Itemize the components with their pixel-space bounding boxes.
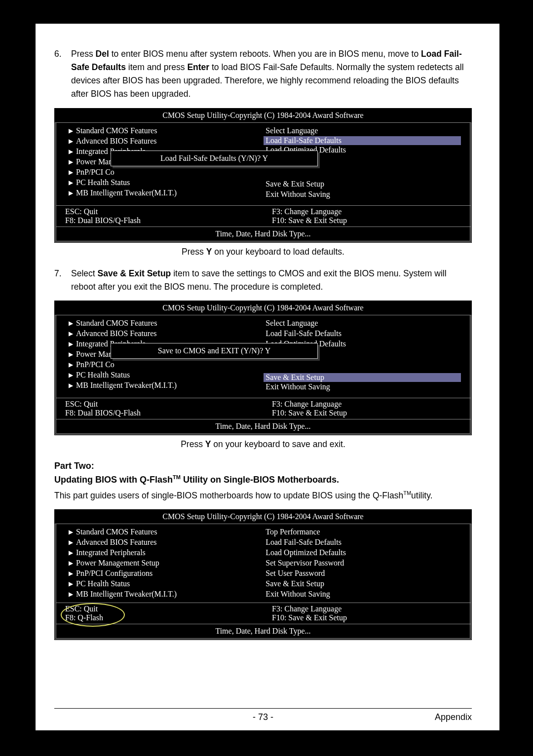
help-key: F8: Q-Flash: [65, 613, 254, 622]
menu-item[interactable]: ▶PC Health Status: [65, 178, 246, 188]
step-7: 7. Select Save & Exit Setup item to save…: [54, 267, 472, 294]
bios-help-bar: ESC: Quit F8: Dual BIOS/Q-Flash F3: Chan…: [55, 206, 471, 227]
step-content: Select Save & Exit Setup item to save th…: [71, 267, 472, 294]
bios-screen-1: CMOS Setup Utility-Copyright (C) 1984-20…: [54, 108, 472, 243]
menu-item[interactable]: ▶Standard CMOS Features: [65, 126, 246, 136]
help-key: F3: Change Language: [272, 400, 461, 409]
menu-item[interactable]: Select Language: [264, 126, 461, 136]
bios-left-col: ▶Standard CMOS Features ▶Advanced BIOS F…: [56, 527, 255, 600]
help-key: F3: Change Language: [272, 207, 461, 216]
triangle-icon: ▶: [65, 189, 76, 197]
menu-item-selected[interactable]: Save & Exit Setup: [264, 373, 461, 382]
menu-item[interactable]: Load Fail-Safe Defaults: [264, 537, 461, 548]
triangle-icon: ▶: [65, 560, 76, 567]
triangle-icon: ▶: [65, 591, 76, 598]
menu-item-selected[interactable]: Load Fail-Safe Defaults: [264, 136, 461, 145]
trademark-icon: TM: [173, 474, 181, 480]
bios-screen-3: CMOS Setup Utility-Copyright (C) 1984-20…: [54, 509, 472, 640]
menu-item[interactable]: Top Performance: [264, 527, 461, 537]
menu-item[interactable]: ▶Standard CMOS Features: [65, 527, 246, 537]
document-page: 6. Press Del to enter BIOS menu after sy…: [36, 24, 499, 730]
triangle-icon: ▶: [65, 529, 76, 536]
menu-item[interactable]: ▶Advanced BIOS Features: [65, 136, 246, 147]
bios-title: CMOS Setup Utility-Copyright (C) 1984-20…: [55, 301, 471, 315]
instruction-list: 6. Press Del to enter BIOS menu after sy…: [54, 47, 472, 101]
help-key: F10: Save & Exit Setup: [272, 216, 461, 225]
menu-item[interactable]: ▶MB Intelligent Tweaker(M.I.T.): [65, 188, 246, 198]
help-key: F10: Save & Exit Setup: [272, 613, 461, 622]
menu-item[interactable]: Load Optimized Defaults: [264, 548, 461, 558]
triangle-icon: ▶: [65, 549, 76, 557]
menu-item[interactable]: Exit Without Saving: [264, 382, 461, 392]
menu-item[interactable]: ▶Advanced BIOS Features: [65, 329, 246, 339]
menu-item[interactable]: Exit Without Saving: [264, 189, 461, 200]
menu-item[interactable]: Set Supervisor Password: [264, 558, 461, 568]
menu-item[interactable]: Save & Exit Setup: [264, 179, 461, 189]
help-key: ESC: Quit: [65, 207, 254, 216]
caption: Press Y on your keyboard to save and exi…: [54, 439, 472, 450]
help-key: ESC: Quit: [65, 400, 254, 409]
step-number: 7.: [54, 267, 71, 294]
menu-item[interactable]: ▶PC Health Status: [65, 579, 246, 589]
help-key: F8: Dual BIOS/Q-Flash: [65, 216, 254, 225]
trademark-icon: TM: [403, 490, 411, 496]
part-two-heading: Part Two:: [54, 459, 472, 473]
triangle-icon: ▶: [65, 580, 76, 588]
bios-help-bar: ESC: Quit F8: Dual BIOS/Q-Flash F3: Chan…: [55, 398, 471, 419]
menu-item[interactable]: ▶PnP/PCI Co: [65, 167, 246, 178]
key-y: Y: [206, 247, 212, 257]
bios-help-bar: ESC: Quit F8: Q-Flash F3: Change Languag…: [55, 603, 471, 624]
step-content: Press Del to enter BIOS menu after syste…: [71, 47, 472, 101]
triangle-icon: ▶: [65, 340, 76, 348]
menu-item[interactable]: ▶Power Management Setup: [65, 558, 246, 568]
menu-item[interactable]: Exit Without Saving: [264, 589, 461, 600]
menu-item[interactable]: ▶Integrated Peripherals: [65, 548, 246, 558]
triangle-icon: ▶: [65, 138, 76, 145]
triangle-icon: ▶: [65, 169, 76, 176]
menu-item[interactable]: ▶MB Intelligent Tweaker(M.I.T.): [65, 380, 246, 391]
triangle-icon: ▶: [65, 330, 76, 338]
menu-item[interactable]: ▶PC Health Status: [65, 370, 246, 380]
menu-item[interactable]: ▶Standard CMOS Features: [65, 318, 246, 329]
caption: Press Y on your keyboard to load default…: [54, 247, 472, 257]
bios-menu: ▶Standard CMOS Features ▶Advanced BIOS F…: [55, 123, 471, 206]
menu-item[interactable]: ▶PnP/PCI Configurations: [65, 568, 246, 579]
help-key: F8: Dual BIOS/Q-Flash: [65, 409, 254, 417]
bios-title: CMOS Setup Utility-Copyright (C) 1984-20…: [55, 109, 471, 123]
menu-item[interactable]: Set User Password: [264, 568, 461, 579]
triangle-icon: ▶: [65, 361, 76, 369]
menu-item[interactable]: Select Language: [264, 318, 461, 329]
triangle-icon: ▶: [65, 148, 76, 155]
bios-right-col: Top Performance Load Fail-Safe Defaults …: [255, 527, 470, 600]
instruction-list: 7. Select Save & Exit Setup item to save…: [54, 267, 472, 294]
page-footer: - 73 - Appendix: [54, 712, 472, 722]
bios-menu: ▶Standard CMOS Features ▶Advanced BIOS F…: [55, 524, 471, 603]
bios-screen-2: CMOS Setup Utility-Copyright (C) 1984-20…: [54, 301, 472, 435]
page-number: - 73 -: [253, 712, 273, 722]
key-enter: Enter: [187, 62, 209, 72]
triangle-icon: ▶: [65, 539, 76, 546]
part-two-subheading: Updating BIOS with Q-FlashTM Utility on …: [54, 473, 472, 487]
bios-menu: ▶Standard CMOS Features ▶Advanced BIOS F…: [55, 315, 471, 398]
triangle-icon: ▶: [65, 127, 76, 135]
menu-item[interactable]: ▶PnP/PCI Co: [65, 360, 246, 370]
menu-item[interactable]: ▶Advanced BIOS Features: [65, 537, 246, 548]
section-label: Appendix: [435, 712, 472, 722]
menu-item[interactable]: Load Fail-Safe Defaults: [264, 329, 461, 339]
triangle-icon: ▶: [65, 570, 76, 577]
step-6: 6. Press Del to enter BIOS menu after sy…: [54, 47, 472, 101]
confirm-dialog[interactable]: Load Fail-Safe Defaults (Y/N)? Y: [111, 151, 318, 166]
help-key: ESC: Quit: [65, 605, 254, 613]
bios-footer: Time, Date, Hard Disk Type...: [55, 227, 471, 242]
menu-item[interactable]: ▶MB Intelligent Tweaker(M.I.T.): [65, 589, 246, 600]
triangle-icon: ▶: [65, 372, 76, 379]
triangle-icon: ▶: [65, 382, 76, 389]
menu-item[interactable]: Save & Exit Setup: [264, 579, 461, 589]
triangle-icon: ▶: [65, 179, 76, 187]
help-key: F10: Save & Exit Setup: [272, 409, 461, 417]
confirm-dialog[interactable]: Save to CMOS and EXIT (Y/N)? Y: [111, 343, 318, 359]
triangle-icon: ▶: [65, 158, 76, 166]
step-number: 6.: [54, 47, 71, 101]
triangle-icon: ▶: [65, 320, 76, 327]
footer-rule: [54, 708, 472, 709]
